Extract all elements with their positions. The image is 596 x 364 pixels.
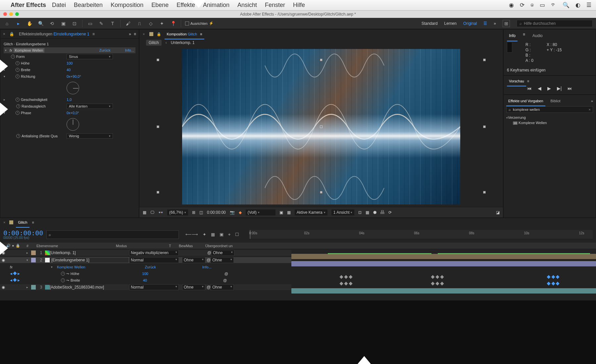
- pickwhip-icon[interactable]: @: [224, 272, 228, 276]
- resolution-dropdown[interactable]: (Voll)▾: [246, 209, 275, 215]
- close-tab-icon[interactable]: ×: [3, 220, 5, 224]
- add-kf-button[interactable]: [13, 278, 17, 282]
- prev-kf-button[interactable]: ◀: [10, 279, 12, 282]
- camera-tool[interactable]: ▣: [60, 20, 67, 27]
- form-dropdown[interactable]: Sinus▾: [67, 54, 113, 59]
- sync-icon[interactable]: ⟳: [520, 2, 524, 9]
- close-tab-icon[interactable]: ×: [3, 32, 5, 36]
- effects-presets-tab[interactable]: Effekte und Vorgaben: [506, 98, 545, 104]
- camera-dropdown[interactable]: Aktive Kamera▾: [295, 209, 327, 215]
- settings-icon[interactable]: ⊞: [503, 20, 510, 27]
- prop-value[interactable]: 40: [143, 278, 147, 282]
- menu-icon[interactable]: ☰: [586, 2, 591, 9]
- category-row[interactable]: Verzerrung: [508, 115, 526, 119]
- label-swatch[interactable]: [31, 285, 36, 290]
- guides-icon[interactable]: ⊡: [358, 210, 362, 215]
- 3d-icon[interactable]: ⬢: [373, 210, 376, 215]
- home-button[interactable]: ⌂: [3, 20, 11, 27]
- first-frame-button[interactable]: ⏮: [527, 86, 532, 91]
- selection-handle[interactable]: [320, 59, 323, 61]
- magnify-icon[interactable]: ▦: [143, 210, 146, 215]
- mask-icon[interactable]: ◫: [199, 210, 203, 215]
- next-frame-button[interactable]: ▶|: [557, 86, 562, 91]
- expression-icon[interactable]: ⤳: [66, 272, 69, 276]
- siri-icon[interactable]: ◐: [575, 2, 580, 9]
- visibility-toggle[interactable]: ◉: [0, 285, 7, 290]
- timecode-display[interactable]: 0:00:00:00: [207, 210, 226, 215]
- breadcrumb-item[interactable]: Glitch: [146, 40, 162, 46]
- selection-handle[interactable]: [157, 191, 159, 194]
- help-search[interactable]: ⌕ Hilfe durchsuchen: [517, 20, 593, 27]
- parent-dropdown[interactable]: Ohne▾: [211, 257, 234, 263]
- breadcrumb-item[interactable]: Unterkomp. 1: [171, 40, 195, 45]
- type-tool[interactable]: T: [109, 20, 116, 27]
- layer-name[interactable]: [Einstellungsebene 1]: [50, 257, 129, 263]
- property-row[interactable]: ◀▶ ⤳ Breite 40 @: [0, 277, 596, 284]
- rect-tool[interactable]: ▭: [86, 20, 94, 27]
- phase-value[interactable]: 0x+0,0°: [67, 111, 79, 115]
- selection-tool[interactable]: ▸: [15, 20, 22, 27]
- graph-icon[interactable]: ⌖: [228, 232, 230, 237]
- effect-header[interactable]: ▾fx Komplexe Wellen Zurück Info...: [4, 47, 135, 53]
- next-kf-button[interactable]: ▶: [18, 279, 20, 282]
- stopwatch-icon[interactable]: [16, 104, 20, 108]
- layer-name[interactable]: [Unterkomp. 1]: [50, 250, 129, 255]
- anchor-icon[interactable]: [320, 125, 323, 128]
- transparency-icon[interactable]: ▦: [287, 210, 291, 215]
- hand-tool[interactable]: ✋: [26, 20, 33, 27]
- cc-icon[interactable]: ◉: [509, 2, 514, 9]
- assist-icon[interactable]: ⍟: [530, 2, 534, 9]
- selection-handle[interactable]: [157, 125, 159, 128]
- stopwatch-icon[interactable]: [16, 61, 20, 65]
- label-swatch[interactable]: [31, 258, 36, 262]
- reset-link[interactable]: Zurück: [145, 265, 156, 269]
- library-tab[interactable]: Bibliot: [549, 98, 563, 104]
- visibility-toggle[interactable]: ◉: [0, 258, 7, 262]
- preview-tab[interactable]: Vorschau: [507, 78, 526, 84]
- layer-row[interactable]: ◉ ▸ 3 [AdobeStock_251863340.mov] Normal▾…: [0, 284, 596, 291]
- stopwatch-icon[interactable]: [61, 272, 65, 276]
- clone-tool[interactable]: ⎍: [136, 20, 143, 27]
- workspace-learn[interactable]: Lernen: [444, 21, 457, 26]
- menu-animation[interactable]: Animation: [203, 2, 229, 9]
- spotlight-icon[interactable]: 🔍: [563, 2, 570, 9]
- geschw-value[interactable]: 1,0: [67, 98, 72, 102]
- label-icon[interactable]: ◆: [17, 244, 19, 248]
- panel-overflow-icon[interactable]: »: [129, 32, 131, 36]
- label-swatch[interactable]: [31, 250, 36, 255]
- shy-icon[interactable]: ⟵⟶: [185, 232, 198, 237]
- zoom-tool[interactable]: 🔍: [37, 20, 44, 27]
- motion-blur-icon[interactable]: ✦: [203, 232, 206, 237]
- panel-menu-icon[interactable]: ≡: [134, 32, 136, 36]
- pickwhip-icon[interactable]: @: [207, 285, 211, 290]
- pickwhip-icon[interactable]: @: [223, 278, 227, 282]
- menu-layer[interactable]: Ebene: [151, 2, 169, 9]
- pickwhip-icon[interactable]: @: [207, 250, 211, 255]
- airplay-icon[interactable]: ▭: [540, 2, 545, 9]
- workspace-standard[interactable]: Standard: [422, 21, 438, 26]
- workspace-menu-icon[interactable]: ☰: [483, 21, 487, 26]
- solo-icon[interactable]: ●: [12, 244, 14, 248]
- richtung-value[interactable]: 0x+90,0°: [67, 74, 81, 78]
- grid-icon[interactable]: ▦: [366, 210, 369, 215]
- menu-composition[interactable]: Komposition: [111, 2, 143, 9]
- timeline-search[interactable]: ⌕: [46, 230, 179, 239]
- pen-tool[interactable]: ✎: [98, 20, 105, 27]
- anti-dropdown[interactable]: Wenig▾: [67, 133, 113, 139]
- breite-value[interactable]: 40: [67, 68, 71, 72]
- roto-tool[interactable]: ✦: [158, 20, 166, 27]
- timeline-tab[interactable]: Glitch: [16, 219, 29, 226]
- blend-mode-dropdown[interactable]: Negativ multiplizieren▾: [129, 250, 179, 256]
- zoom-window-button[interactable]: [15, 12, 19, 16]
- menu-file[interactable]: Datei: [52, 2, 66, 9]
- info-link[interactable]: Info...: [202, 265, 212, 269]
- selection-handle[interactable]: [157, 59, 159, 61]
- hoehe-value[interactable]: 100: [67, 61, 73, 65]
- stopwatch-icon[interactable]: [16, 98, 20, 102]
- property-row[interactable]: ◀▶ ⤳ Höhe 100 @: [0, 270, 596, 277]
- stopwatch-icon[interactable]: [61, 278, 65, 282]
- snapshot-icon[interactable]: 📷: [230, 210, 235, 215]
- pickwhip-icon[interactable]: @: [207, 258, 211, 262]
- monitor-icon[interactable]: 🖵: [150, 210, 154, 215]
- puppet-tool[interactable]: 📍: [170, 20, 177, 27]
